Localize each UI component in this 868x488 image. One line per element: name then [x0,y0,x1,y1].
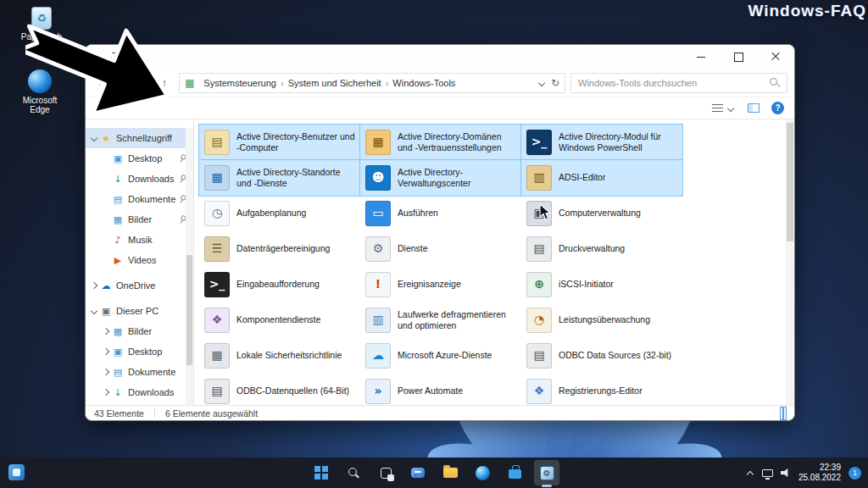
tool-item-label: Aufgabenplanung [236,208,306,219]
sidebar-item-icon: ▦ [111,326,125,337]
tool-item-iscsi-initiator[interactable]: ⊕ iSCSI-Initiator [521,267,682,302]
content-scrollbar-thumb[interactable] [787,123,793,241]
tool-item-odbc-datenquellen-64-bit[interactable]: ▤ ODBC-Datenquellen (64-Bit) [199,374,360,405]
sidebar-item-dokumente[interactable]: ▤ Dokumente [86,362,193,382]
tool-item-komponentendienste[interactable]: ❖ Komponentendienste [199,302,360,338]
sidebar-item-onedrive[interactable]: ☁ OneDrive [86,275,193,296]
tool-item-active-directory-verwaltungscenter[interactable]: ☻ Active Directory-Verwaltungscenter [360,160,521,196]
sort-chevron-icon [726,103,736,114]
chevron-icon[interactable] [101,235,111,245]
network-icon[interactable] [762,469,773,477]
chat-button[interactable] [405,460,431,485]
preview-pane-icon[interactable] [748,103,760,113]
tool-item-lokale-sicherheitsrichtlinie[interactable]: ▦ Lokale Sicherheitsrichtlinie [199,338,360,374]
tool-item-active-directory-dom-nen-und-vertrauensstellungen[interactable]: ▦ Active Directory-Domänen und -Vertraue… [360,125,521,160]
list-view-button[interactable] [772,413,776,414]
chevron-icon[interactable] [101,214,111,225]
tool-item-microsoft-azure-dienste[interactable]: ☁ Microsoft Azure-Dienste [360,338,521,374]
sidebar-scrollbar-thumb[interactable] [186,255,192,365]
tool-item-label: Datenträgerbereinigung [236,243,330,254]
tool-item-datentr-gerbereinigung[interactable]: ☰ Datenträgerbereinigung [199,231,360,267]
tool-item-active-directory-modul-f-r-windows-powershell[interactable]: >_ Active Directory-Modul für Windows Po… [521,125,682,160]
tool-icon: ▤ [204,379,230,404]
chevron-icon[interactable] [101,255,111,265]
tool-item-power-automate[interactable]: » Power Automate [360,374,521,405]
tool-item-odbc-data-sources-32-bit[interactable]: ▤ ODBC Data Sources (32-bit) [521,338,682,374]
sort-button[interactable] [712,103,736,114]
sidebar-item-downloads[interactable]: ↓ Downloads [86,382,193,402]
tool-item-druckverwaltung[interactable]: ▤ Druckverwaltung [521,231,682,267]
tool-item-active-directory-standorte-und-dienste[interactable]: ▦ Active Directory-Standorte und -Dienst… [199,160,360,196]
chevron-icon[interactable] [101,347,111,357]
clock[interactable]: 22:39 25.08.2022 [798,463,841,483]
search-input[interactable]: Windows-Tools durchsuchen [570,73,787,93]
taskbar: ⚙ 22:39 25.08.2022 1 [0,458,868,488]
file-explorer-button[interactable] [437,460,463,485]
tool-item-label: ODBC-Datenquellen (64-Bit) [236,385,349,396]
sidebar-item-desktop[interactable]: ▣ Desktop [86,148,193,169]
address-dropdown-chevron-icon[interactable] [537,78,547,88]
sidebar-scrollbar[interactable] [186,128,193,405]
tool-icon: ▥ [526,165,552,191]
windows-tools-icon: ⚙ [540,466,554,480]
tool-item-label: Power Automate [398,385,463,396]
content-scrollbar[interactable] [786,119,794,405]
search-icon[interactable] [770,78,780,88]
tool-item-label: Komponentendienste [236,314,320,325]
sidebar-item-bilder[interactable]: ▦ Bilder [86,321,193,341]
tool-icon: » [365,379,391,404]
address-box[interactable]: ▦ Systemsteuerung›System und Sicherheit›… [179,73,565,93]
store-button[interactable] [502,460,527,485]
chevron-icon[interactable] [101,153,111,164]
tool-icon: ▦ [204,165,230,191]
system-tray: 22:39 25.08.2022 1 [747,458,861,488]
tool-item-ereignisanzeige[interactable]: ! Ereignisanzeige [360,267,521,302]
tools-grid: ▤ Active Directory-Benutzer und -Compute… [199,125,784,405]
tool-icon: ❖ [526,379,552,404]
edge-button[interactable] [470,460,495,485]
tool-item-laufwerke-defragmentieren-und-optimieren[interactable]: ▥ Laufwerke defragmentieren und optimier… [360,302,521,338]
tool-item-dienste[interactable]: ⚙ Dienste [360,231,521,267]
task-view-button[interactable] [373,460,398,485]
windows-tools-button[interactable]: ⚙ [534,460,559,485]
refresh-icon[interactable]: ↻ [551,77,559,89]
tool-item-leistungs-berwachung[interactable]: ◔ Leistungsüberwachung [521,302,682,338]
sidebar-item-videos[interactable]: ▶ Videos [86,250,193,270]
taskbar-pinned-app-button[interactable] [8,464,25,480]
notification-badge[interactable]: 1 [849,467,861,480]
close-button[interactable] [757,45,794,69]
tool-item-eingabeaufforderung[interactable]: >_ Eingabeaufforderung [199,267,360,302]
window-body: ★ Schnellzugriff ▣ Desktop ↓ Downloads ▤… [86,119,794,405]
sidebar-item-bilder[interactable]: ▦ Bilder [86,209,193,230]
chevron-icon[interactable] [89,306,99,316]
volume-icon[interactable] [781,468,791,478]
sidebar-item-desktop[interactable]: ▣ Desktop [86,341,193,362]
chevron-icon[interactable] [101,194,111,204]
tool-item-adsi-editor[interactable]: ▥ ADSI-Editor [521,160,682,196]
sidebar-item-icon: ↓ [111,387,125,398]
sidebar-item-dieser-pc[interactable]: ▣ Dieser PC [86,301,193,321]
search-button[interactable] [341,460,366,485]
maximize-button[interactable] [720,45,757,69]
chevron-icon[interactable] [101,174,111,184]
tool-item-ausf-hren[interactable]: ▭ Ausführen [360,196,521,231]
start-button[interactable] [309,460,334,485]
sidebar-item-musik[interactable]: ♪ Musik [86,402,193,405]
tool-item-aufgabenplanung[interactable]: ◷ Aufgabenplanung [199,196,360,231]
chevron-up-icon[interactable] [747,469,754,477]
help-icon[interactable]: ? [771,102,784,114]
tool-item-registrierungs-editor[interactable]: ❖ Registrierungs-Editor [521,374,682,405]
chevron-icon[interactable] [101,367,111,377]
sidebar-item-dokumente[interactable]: ▤ Dokumente [86,189,193,209]
sidebar-item-musik[interactable]: ♪ Musik [86,230,193,250]
breadcrumb-item-system-und-sicherheit[interactable]: System und Sicherheit [288,78,381,88]
sidebar-item-downloads[interactable]: ↓ Downloads [86,169,193,189]
minimize-button[interactable] [682,45,720,69]
taskbar-center: ⚙ [309,460,559,485]
icons-view-button[interactable] [781,408,786,419]
sidebar-item-icon: ▦ [111,214,125,225]
chevron-icon[interactable] [101,387,111,397]
breadcrumb-item-windows-tools[interactable]: Windows-Tools [392,78,455,88]
chevron-icon[interactable] [89,280,99,291]
chevron-icon[interactable] [101,326,111,336]
